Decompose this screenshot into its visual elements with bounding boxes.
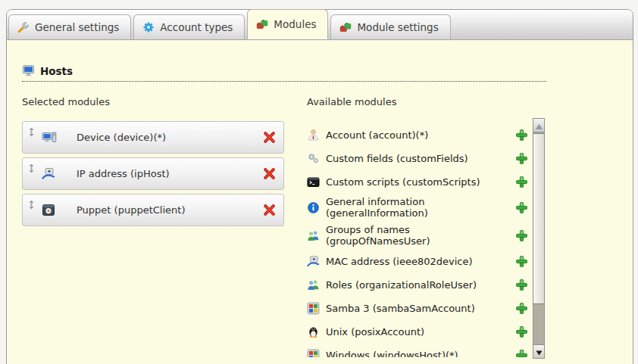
remove-module-button[interactable] xyxy=(263,167,276,180)
custom-fields-icon xyxy=(307,152,320,165)
windows-icon xyxy=(307,349,320,358)
section-title: Hosts xyxy=(40,65,73,77)
available-module-label: Custom scripts (customScripts) xyxy=(326,176,504,188)
ip-address-icon xyxy=(42,167,57,181)
available-module-account: Account (account)(*) xyxy=(307,126,528,144)
drag-handle-icon[interactable] xyxy=(28,163,35,173)
available-module-mac-address: MAC address (ieee802device) xyxy=(307,252,528,270)
account-types-icon xyxy=(142,21,155,33)
available-module-roles: Roles (organizationalRoleUser) xyxy=(307,275,528,294)
wrench-icon xyxy=(17,21,30,33)
account-icon xyxy=(307,129,320,142)
modules-icon xyxy=(256,18,268,30)
add-module-button[interactable] xyxy=(515,152,528,165)
tab-label: Account types xyxy=(160,21,233,33)
info-icon xyxy=(307,201,320,214)
tab-module-settings[interactable]: Module settings xyxy=(330,14,450,39)
scroll-down-button[interactable] xyxy=(533,344,544,358)
unix-icon xyxy=(307,325,320,338)
available-module-general-information: General information (generalInformation) xyxy=(307,196,528,219)
available-module-label: Samba 3 (sambaSamAccount) xyxy=(326,303,504,314)
add-module-button[interactable] xyxy=(515,325,528,338)
tab-modules[interactable]: Modules xyxy=(247,9,328,39)
available-module-label: Account (account)(*) xyxy=(326,129,504,141)
available-module-custom-scripts: Custom scripts (customScripts) xyxy=(307,173,528,191)
selected-modules-heading: Selected modules xyxy=(22,96,110,107)
remove-module-button[interactable] xyxy=(263,131,276,144)
selected-module-puppet[interactable]: Puppet (puppetClient) xyxy=(22,194,284,226)
add-module-button[interactable] xyxy=(515,278,528,291)
selected-module-ip-address[interactable]: IP address (ipHost) xyxy=(22,157,284,190)
available-modules-heading: Available modules xyxy=(307,96,396,107)
available-module-label: Roles (organizationalRoleUser) xyxy=(326,279,504,291)
selected-module-label: IP address (ipHost) xyxy=(77,168,170,179)
tab-account-types[interactable]: Account types xyxy=(133,14,245,39)
available-module-custom-fields: Custom fields (customFields) xyxy=(307,149,528,167)
add-module-button[interactable] xyxy=(515,255,528,268)
drag-handle-icon[interactable] xyxy=(28,200,35,210)
tab-label: Modules xyxy=(274,18,316,30)
add-module-button[interactable] xyxy=(515,201,528,214)
add-module-button[interactable] xyxy=(515,176,528,188)
tab-bar: General settingsAccount typesModulesModu… xyxy=(7,10,633,40)
available-module-label: Groups of names (groupOfNamesUser) xyxy=(326,224,504,247)
add-module-button[interactable] xyxy=(515,229,528,242)
selected-module-device[interactable]: Device (device)(*) xyxy=(22,121,284,154)
configuration-panel: General settingsAccount typesModulesModu… xyxy=(6,9,633,364)
roles-icon xyxy=(307,278,320,291)
selected-module-label: Device (device)(*) xyxy=(77,132,166,143)
available-module-unix: Unix (posixAccount) xyxy=(307,322,528,341)
available-module-label: Windows (windowsHost)(*) xyxy=(326,350,504,358)
scrollbar[interactable] xyxy=(533,118,545,359)
tab-label: Module settings xyxy=(357,21,438,33)
available-module-label: General information (generalInformation) xyxy=(326,196,504,219)
available-module-label: Custom fields (customFields) xyxy=(326,153,504,164)
device-icon xyxy=(42,131,57,145)
monitor-icon xyxy=(22,64,35,77)
modules-icon xyxy=(339,21,352,33)
available-module-label: Unix (posixAccount) xyxy=(326,326,504,338)
scrollbar-thumb[interactable] xyxy=(533,133,544,304)
scroll-up-icon xyxy=(536,118,543,132)
custom-scripts-icon xyxy=(307,176,320,188)
available-module-windows: Windows (windowsHost)(*) xyxy=(307,346,528,357)
add-module-button[interactable] xyxy=(515,302,528,315)
remove-module-button[interactable] xyxy=(263,204,276,216)
available-module-label: MAC address (ieee802device) xyxy=(326,256,504,267)
selected-module-label: Puppet (puppetClient) xyxy=(77,204,185,216)
mac-address-icon xyxy=(307,255,320,268)
tab-general-settings[interactable]: General settings xyxy=(8,14,131,39)
add-module-button[interactable] xyxy=(515,129,528,142)
available-module-groups-of-names: Groups of names (groupOfNamesUser) xyxy=(307,224,528,247)
scroll-up-button[interactable] xyxy=(533,119,544,132)
modules-tab-content: Hosts Selected modules Available modules… xyxy=(7,40,633,364)
tab-label: General settings xyxy=(35,21,119,33)
available-module-samba-3: Samba 3 (sambaSamAccount) xyxy=(307,299,528,317)
section-header: Hosts xyxy=(22,64,546,82)
add-module-button[interactable] xyxy=(515,349,528,358)
samba-icon xyxy=(307,302,320,315)
group-icon xyxy=(307,229,320,242)
puppet-icon xyxy=(42,204,57,217)
available-modules-list: Account (account)(*)Custom fields (custo… xyxy=(307,118,528,357)
selected-modules-list: Device (device)(*)IP address (ipHost)Pup… xyxy=(22,121,284,230)
drag-handle-icon[interactable] xyxy=(28,127,35,137)
scroll-down-icon xyxy=(536,344,543,359)
